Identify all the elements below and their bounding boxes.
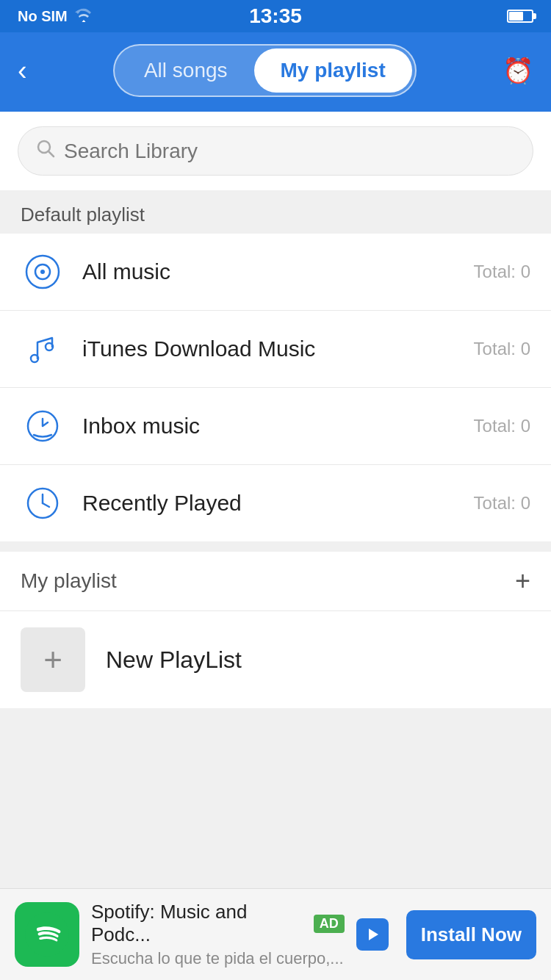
list-item[interactable]: iTunes Download Music Total: 0 bbox=[0, 311, 551, 388]
list-item-title: Inbox music bbox=[82, 414, 474, 439]
svg-line-10 bbox=[43, 503, 49, 507]
list-item-total: Total: 0 bbox=[474, 493, 530, 514]
list-item[interactable]: All music Total: 0 bbox=[0, 234, 551, 311]
spotify-app-icon bbox=[15, 902, 79, 967]
new-playlist-item[interactable]: + New PlayList bbox=[0, 611, 551, 708]
plus-icon: + bbox=[43, 644, 62, 676]
battery-area bbox=[507, 10, 533, 23]
ad-badge: AD bbox=[314, 915, 345, 933]
ad-play-icon bbox=[356, 918, 389, 951]
itunes-icon bbox=[21, 327, 65, 371]
search-icon bbox=[36, 139, 55, 163]
section-divider bbox=[0, 541, 551, 552]
list-item-title: Recently Played bbox=[82, 491, 474, 516]
svg-line-1 bbox=[48, 151, 54, 156]
default-playlist-section-label: Default playlist bbox=[0, 190, 551, 234]
tab-my-playlist[interactable]: My playlist bbox=[254, 48, 412, 93]
list-item-title: iTunes Download Music bbox=[82, 336, 474, 361]
search-container bbox=[0, 112, 551, 190]
new-playlist-label: New PlayList bbox=[106, 646, 242, 674]
carrier-wifi: No SIM bbox=[18, 7, 94, 26]
list-item-title: All music bbox=[82, 259, 474, 284]
ad-subtitle: Escucha lo que te pida el cuerpo,... bbox=[91, 949, 345, 968]
list-item-total: Total: 0 bbox=[474, 416, 530, 436]
my-playlist-title: My playlist bbox=[21, 569, 117, 593]
back-button[interactable]: ‹ bbox=[18, 57, 27, 84]
list-item-total: Total: 0 bbox=[474, 339, 530, 359]
tab-all-songs[interactable]: All songs bbox=[118, 48, 254, 93]
add-playlist-button[interactable]: + bbox=[515, 568, 530, 594]
svg-marker-12 bbox=[369, 929, 378, 940]
status-bar: No SIM 13:35 bbox=[0, 0, 551, 32]
my-playlist-header: My playlist + bbox=[0, 552, 551, 611]
ad-text: Spotify: Music and Podc... AD Escucha lo… bbox=[91, 901, 345, 968]
default-playlist-list: All music Total: 0 iTunes Download Music… bbox=[0, 234, 551, 541]
svg-point-4 bbox=[40, 270, 45, 274]
header-nav: ‹ All songs My playlist ⏰ bbox=[0, 32, 551, 112]
alarm-button[interactable]: ⏰ bbox=[503, 56, 533, 85]
ad-banner: Spotify: Music and Podc... AD Escucha lo… bbox=[0, 888, 551, 980]
carrier-label: No SIM bbox=[18, 8, 68, 25]
wifi-icon bbox=[73, 7, 94, 26]
clock-icon bbox=[21, 481, 65, 525]
time-display: 13:35 bbox=[249, 4, 302, 28]
search-bar bbox=[18, 126, 533, 176]
tab-switcher: All songs My playlist bbox=[113, 44, 417, 97]
list-item[interactable]: Recently Played Total: 0 bbox=[0, 465, 551, 541]
list-item[interactable]: Inbox music Total: 0 bbox=[0, 388, 551, 465]
list-item-total: Total: 0 bbox=[474, 262, 530, 282]
inbox-icon bbox=[21, 404, 65, 448]
ad-title: Spotify: Music and Podc... AD bbox=[91, 901, 345, 946]
search-input[interactable] bbox=[64, 140, 515, 163]
new-playlist-icon: + bbox=[21, 627, 85, 692]
install-now-button[interactable]: Install Now bbox=[406, 910, 536, 959]
battery-icon bbox=[507, 10, 533, 23]
all-music-icon bbox=[21, 250, 65, 294]
